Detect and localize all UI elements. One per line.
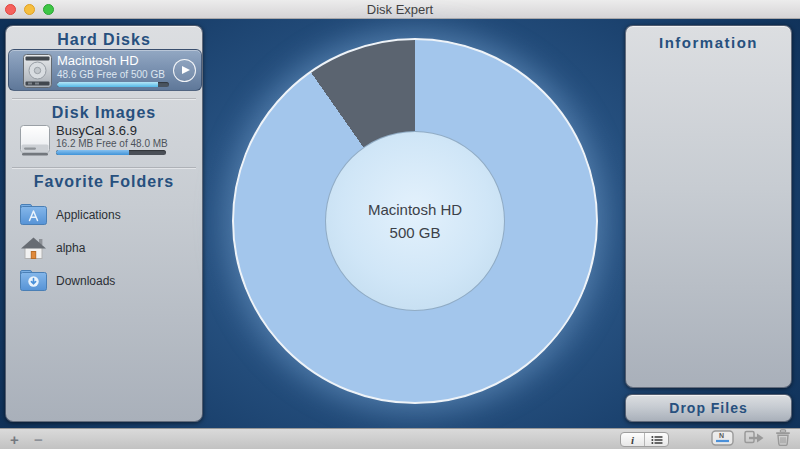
favorite-folders-header: Favorite Folders <box>6 173 202 191</box>
sidebar-item-downloads[interactable]: Downloads <box>6 264 202 297</box>
disk-usage-donut-chart[interactable]: Macintosh HD 500 GB <box>232 38 598 404</box>
drop-files-label: Drop Files <box>669 400 747 416</box>
information-header: Information <box>626 34 791 51</box>
rename-badge-button[interactable]: N <box>711 430 734 449</box>
title-bar: Disk Expert <box>0 0 800 19</box>
svg-text:N: N <box>719 432 724 439</box>
disk-images-header: Disk Images <box>6 104 202 122</box>
donut-center: Macintosh HD 500 GB <box>325 131 505 311</box>
hard-drive-icon <box>23 54 52 92</box>
image-usage-bar <box>56 150 166 155</box>
main-area: Hard Disks <box>0 19 800 428</box>
minus-icon: − <box>34 431 43 448</box>
play-icon <box>182 66 190 74</box>
favorite-label: alpha <box>56 241 85 255</box>
section-divider <box>12 98 196 100</box>
home-icon <box>19 236 48 260</box>
window-title: Disk Expert <box>367 2 433 17</box>
sidebar-item-busycal[interactable]: BusyCal 3.6.9 16.2 MB Free of 48.0 MB <box>8 122 202 164</box>
app-window: Disk Expert Hard Disks <box>0 0 800 449</box>
list-view-segment[interactable] <box>644 433 668 446</box>
add-button[interactable]: + <box>10 429 19 449</box>
list-icon <box>651 432 663 447</box>
chart-disk-size: 500 GB <box>390 221 441 244</box>
minimize-button[interactable] <box>24 4 35 15</box>
drop-files-target[interactable]: Drop Files <box>625 394 792 422</box>
traffic-lights <box>5 4 54 15</box>
remove-button[interactable]: − <box>34 429 43 449</box>
disk-name: Macintosh HD <box>57 53 139 68</box>
applications-folder-icon <box>19 204 48 225</box>
image-name: BusyCal 3.6.9 <box>56 123 137 138</box>
favorite-label: Applications <box>56 208 121 222</box>
sidebar: Hard Disks <box>5 25 203 422</box>
section-divider <box>12 167 196 169</box>
favorite-folders-list: Applications alpha <box>6 198 202 297</box>
chart-disk-name: Macintosh HD <box>368 198 462 221</box>
disk-detail: 48.6 GB Free of 500 GB <box>57 69 165 80</box>
zoom-button[interactable] <box>43 4 54 15</box>
move-to-button[interactable] <box>744 430 765 449</box>
image-detail: 16.2 MB Free of 48.0 MB <box>56 138 168 149</box>
information-panel: Information <box>625 25 792 388</box>
image-usage-fill <box>56 150 129 155</box>
disk-usage-fill <box>57 82 158 87</box>
trash-button[interactable] <box>775 429 791 449</box>
scan-play-button[interactable] <box>173 59 196 82</box>
close-button[interactable] <box>5 4 16 15</box>
toolbar-right-group: N <box>711 429 791 449</box>
favorite-label: Downloads <box>56 274 115 288</box>
bottom-toolbar: + − i <box>0 428 800 449</box>
sidebar-item-macintosh-hd[interactable]: Macintosh HD 48.6 GB Free of 500 GB <box>8 49 202 91</box>
info-view-segment[interactable]: i <box>621 433 644 446</box>
sidebar-item-alpha[interactable]: alpha <box>6 231 202 264</box>
view-mode-segmented-control: i <box>620 432 669 447</box>
disk-usage-bar <box>57 82 169 87</box>
hard-disks-header: Hard Disks <box>6 31 202 49</box>
plus-icon: + <box>10 431 19 448</box>
downloads-folder-icon <box>19 270 48 291</box>
sidebar-item-applications[interactable]: Applications <box>6 198 202 231</box>
removable-drive-icon <box>20 125 50 160</box>
info-icon: i <box>631 434 634 446</box>
